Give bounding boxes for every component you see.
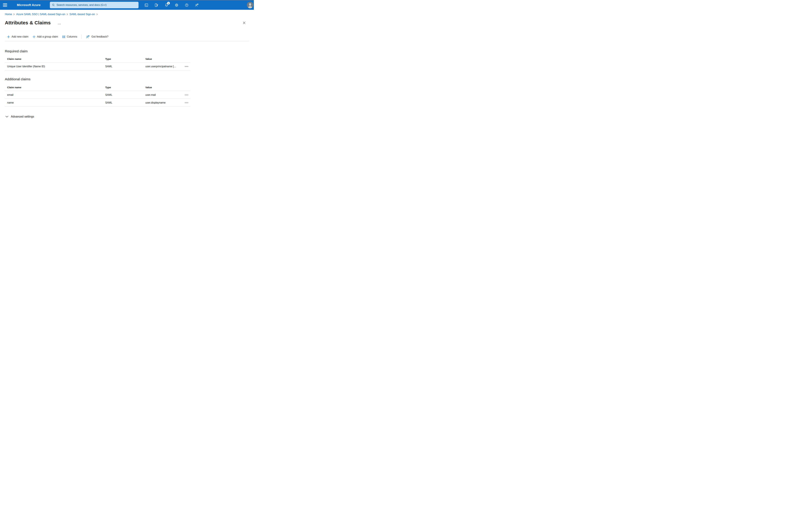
breadcrumb-signon-link[interactable]: SAML-based Sign-on <box>69 12 95 16</box>
table-header-row: Claim name Type Value <box>5 84 190 91</box>
claim-value-cell: user.mail <box>145 93 184 97</box>
column-type: Type <box>105 58 145 60</box>
account-avatar[interactable] <box>247 2 253 8</box>
column-type: Type <box>105 86 145 89</box>
required-claim-table: Claim name Type Value Unique User Identi… <box>5 55 190 71</box>
feedback-button[interactable] <box>195 3 199 7</box>
chevron-right-icon <box>96 13 98 15</box>
hamburger-menu-button[interactable] <box>3 3 9 7</box>
required-claim-heading: Required claim <box>5 49 249 54</box>
notifications-button[interactable]: 6 <box>164 3 169 7</box>
help-icon: ? <box>185 3 189 7</box>
add-group-claim-button[interactable]: Add a group claim <box>33 35 58 38</box>
breadcrumb-app-link[interactable]: Azure SAML SSO | SAML-based Sign-on <box>16 12 65 16</box>
page-title: Attributes & Claims <box>5 20 51 26</box>
columns-button[interactable]: Columns <box>62 35 77 38</box>
additional-claims-heading: Additional claims <box>5 77 249 82</box>
advanced-settings-label: Advanced settings <box>11 115 34 118</box>
claim-value-cell: user.userprincipalname [... <box>145 65 184 68</box>
page-header: Attributes & Claims <box>5 19 249 26</box>
column-value: Value <box>145 86 184 89</box>
close-icon <box>243 22 245 24</box>
more-options-button[interactable] <box>58 22 61 25</box>
ellipsis-icon <box>185 102 188 103</box>
columns-label: Columns <box>67 35 77 38</box>
ellipsis-icon <box>185 94 188 96</box>
settings-button[interactable] <box>174 3 179 7</box>
topbar-icon-group: 6 ? <box>144 0 199 10</box>
global-search[interactable] <box>50 2 139 8</box>
person-feedback-icon <box>86 35 90 39</box>
table-row: Unique User Identifier (Name ID) SAML us… <box>5 62 190 71</box>
breadcrumb: Home Azure SAML SSO | SAML-based Sign-on… <box>5 12 249 16</box>
breadcrumb-home-link[interactable]: Home <box>5 12 12 16</box>
claim-value-cell: user.displayname <box>145 101 184 104</box>
claim-name-cell: email <box>5 93 105 97</box>
column-value: Value <box>145 58 184 60</box>
svg-text:?: ? <box>186 4 187 6</box>
terminal-icon <box>144 3 148 7</box>
column-claim-name: Claim name <box>5 86 105 89</box>
plus-icon <box>7 35 10 38</box>
plus-icon <box>33 35 35 38</box>
table-row: name SAML user.displayname <box>5 99 190 107</box>
add-group-claim-label: Add a group claim <box>37 35 58 38</box>
command-bar: Add new claim Add a group claim Columns <box>5 33 249 40</box>
chevron-right-icon <box>67 13 68 15</box>
close-button[interactable] <box>242 21 246 25</box>
toolbar-separator <box>81 35 82 39</box>
claim-type-cell: SAML <box>105 101 145 104</box>
chevron-down-icon <box>5 115 8 117</box>
got-feedback-button[interactable]: Got feedback? <box>86 35 108 39</box>
page-content: Home Azure SAML SSO | SAML-based Sign-on… <box>0 12 254 119</box>
search-icon <box>52 3 55 7</box>
row-more-options-button[interactable] <box>184 65 188 68</box>
table-row: email SAML user.mail <box>5 91 190 99</box>
additional-claims-table: Claim name Type Value email SAML user.ma… <box>5 84 190 107</box>
claim-name-cell: name <box>5 101 105 104</box>
cloud-shell-button[interactable] <box>144 3 148 7</box>
table-header-row: Claim name Type Value <box>5 55 190 62</box>
search-input[interactable] <box>57 4 137 6</box>
add-new-claim-label: Add new claim <box>11 35 28 38</box>
row-more-options-button[interactable] <box>184 93 188 97</box>
advanced-settings-toggle[interactable]: Advanced settings <box>5 114 249 119</box>
claim-type-cell: SAML <box>105 93 145 97</box>
claim-name-cell: Unique User Identifier (Name ID) <box>5 65 105 68</box>
ellipsis-icon <box>185 66 188 67</box>
claim-type-cell: SAML <box>105 65 145 68</box>
help-button[interactable]: ? <box>184 3 189 7</box>
chevron-right-icon <box>13 13 15 15</box>
row-more-options-button[interactable] <box>184 101 188 105</box>
avatar-person-icon <box>247 2 253 8</box>
notification-badge: 6 <box>167 2 170 4</box>
gear-icon <box>175 3 179 7</box>
ellipsis-icon <box>58 24 61 25</box>
got-feedback-label: Got feedback? <box>91 35 108 38</box>
brand-title: Microsoft Azure <box>17 0 40 10</box>
azure-topbar: Microsoft Azure 6 <box>0 0 254 10</box>
columns-icon <box>62 35 65 38</box>
add-new-claim-button[interactable]: Add new claim <box>7 35 28 38</box>
directory-filter-icon <box>154 3 158 7</box>
person-feedback-icon <box>195 3 199 7</box>
column-claim-name: Claim name <box>5 58 105 60</box>
directory-filter-button[interactable] <box>154 3 158 7</box>
